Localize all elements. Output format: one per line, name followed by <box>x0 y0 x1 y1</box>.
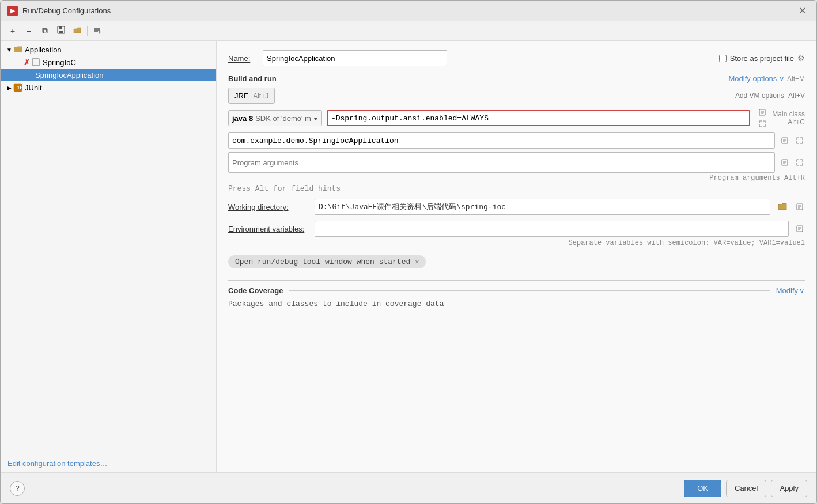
cancel-button[interactable]: Cancel <box>726 480 766 497</box>
folder-icon <box>13 45 22 54</box>
field-hints-text: Press Alt for field hints <box>228 184 805 193</box>
copy-icon: ⧉ <box>42 26 48 36</box>
modify-options-container: Modify options ∨ Alt+M <box>729 74 805 83</box>
sort-config-button[interactable] <box>90 24 105 38</box>
add-vm-options-label: Add VM options Alt+V <box>735 92 805 100</box>
modify-dropdown-button[interactable]: Modify ∨ <box>776 286 805 295</box>
working-directory-row: Working directory: D:\Git\JavaEE课件相关资料\后… <box>228 199 805 215</box>
junit-icon: J <box>13 83 22 92</box>
config-panel: Name: Store as project file ⚙ Build and … <box>217 41 816 472</box>
application-label: Application <box>25 46 62 54</box>
collapsed-arrow-icon: ▶ <box>5 84 13 92</box>
modify-options-link[interactable]: Modify options ∨ <box>729 74 785 83</box>
footer-buttons: OK Cancel Apply <box>684 480 807 497</box>
sort-icon <box>93 26 101 36</box>
edit-templates-link[interactable]: Edit configuration templates… <box>7 459 107 468</box>
main-content: ▼ Application ✗ SpringIoC <box>1 41 816 472</box>
main-class-expand-icon[interactable] <box>780 135 790 146</box>
remove-chip-icon[interactable]: ✕ <box>415 257 419 266</box>
program-args-input[interactable] <box>228 152 775 173</box>
springiocapplication-label: SpringIocApplication <box>35 71 104 79</box>
help-button[interactable]: ? <box>10 481 25 496</box>
svg-rect-2 <box>59 31 63 33</box>
main-class-hint-container: Main class Alt+C <box>772 110 805 126</box>
no-arrow-2 <box>16 71 24 79</box>
env-vars-value <box>315 227 788 230</box>
working-directory-label: Working directory: <box>228 203 309 211</box>
modify-chevron-down-icon: ∨ <box>799 286 805 295</box>
vm-options-input[interactable] <box>327 110 750 126</box>
junit-label: JUnit <box>25 84 42 92</box>
program-arguments-row: Program arguments Alt+R <box>228 152 805 182</box>
main-class-fullscreen-icon[interactable] <box>795 135 805 146</box>
name-row: Name: Store as project file ⚙ <box>228 50 805 66</box>
main-class-row <box>228 132 805 149</box>
program-args-fullscreen-icon[interactable] <box>795 157 805 168</box>
close-button[interactable]: ✕ <box>795 4 810 17</box>
build-run-header: Build and run Modify options ∨ Alt+M <box>228 74 805 83</box>
add-config-button[interactable]: + <box>5 24 20 38</box>
vm-options-expand-icon[interactable] <box>757 107 767 118</box>
code-coverage-title: Code Coverage <box>228 286 283 295</box>
sidebar-item-junit[interactable]: ▶ J JUnit <box>1 81 216 94</box>
working-dir-expand-icon[interactable] <box>795 202 805 212</box>
env-vars-input-container <box>315 221 789 237</box>
working-directory-container: D:\Git\JavaEE课件相关资料\后端代码\spring-ioc <box>315 199 770 215</box>
dialog-title: Run/Debug Configurations <box>22 6 111 15</box>
modify-options-shortcut: Alt+M <box>787 75 805 83</box>
title-bar: ▶ Run/Debug Configurations ✕ <box>1 1 816 21</box>
separate-variables-hint: Separate variables with semicolon: VAR=v… <box>228 239 805 247</box>
dialog-footer: ? OK Cancel Apply <box>1 472 816 503</box>
plus-icon: + <box>10 26 15 36</box>
folder-icon <box>73 26 81 36</box>
toolbar-separator <box>87 26 88 36</box>
program-args-hint-shortcut: Alt+R <box>784 174 805 182</box>
apply-button[interactable]: Apply <box>771 480 807 497</box>
env-vars-expand-icon[interactable] <box>795 223 805 234</box>
code-coverage-header: Code Coverage Modify ∨ <box>228 286 805 295</box>
configurations-tree: ▼ Application ✗ SpringIoC <box>1 41 216 454</box>
svg-text:J: J <box>17 85 19 90</box>
expand-arrow-icon: ▼ <box>5 46 13 54</box>
configurations-toolbar: + − ⧉ <box>1 21 816 41</box>
save-config-button[interactable] <box>54 24 69 38</box>
open-run-debug-row: Open run/debug tool window when started … <box>228 255 805 268</box>
sidebar-item-application[interactable]: ▼ Application <box>1 43 216 56</box>
store-as-project-checkbox[interactable] <box>719 55 727 62</box>
jre-button[interactable]: JRE Alt+J <box>228 88 275 104</box>
modify-arrow: ∨ <box>779 74 785 83</box>
sdk-vm-row: java 8 SDK of 'demo' m Mai <box>228 107 805 129</box>
sidebar-item-springiocapplication[interactable]: SpringIocApplication <box>1 69 216 81</box>
packages-coverage-label: Packages and classes to include in cover… <box>228 300 805 308</box>
springioc-label: SpringIoC <box>43 58 76 67</box>
open-debug-chip-label: Open run/debug tool window when started <box>235 257 410 266</box>
minus-icon: − <box>27 26 31 36</box>
gear-icon[interactable]: ⚙ <box>797 54 805 63</box>
jre-shortcut: Alt+J <box>253 92 268 100</box>
run-debug-configurations-dialog: ▶ Run/Debug Configurations ✕ + − ⧉ <box>0 0 817 504</box>
sdk-chevron-down-icon <box>313 114 318 123</box>
working-dir-browse-icon[interactable] <box>776 200 789 213</box>
vm-options-fullscreen-icon[interactable] <box>757 119 767 129</box>
main-class-input[interactable] <box>228 132 775 149</box>
run-config-icon <box>24 70 33 79</box>
program-args-hint-label: Program arguments <box>709 174 780 182</box>
title-bar-left: ▶ Run/Debug Configurations <box>7 6 111 16</box>
sidebar-item-springioc[interactable]: ✗ SpringIoC <box>1 56 216 69</box>
sidebar: ▼ Application ✗ SpringIoC <box>1 41 217 472</box>
remove-config-button[interactable]: − <box>21 24 36 38</box>
build-run-section: Build and run Modify options ∨ Alt+M JRE… <box>228 74 805 193</box>
help-icon: ? <box>15 484 19 492</box>
program-args-expand-icon[interactable] <box>780 157 790 168</box>
name-input[interactable] <box>263 50 447 66</box>
store-as-project-label: Store as project file <box>730 54 794 63</box>
copy-config-button[interactable]: ⧉ <box>37 24 52 38</box>
app-logo-icon: ▶ <box>7 6 18 16</box>
store-as-project-container: Store as project file ⚙ <box>719 54 805 63</box>
sdk-dropdown[interactable]: java 8 SDK of 'demo' m <box>228 110 322 126</box>
sidebar-footer: Edit configuration templates… <box>1 454 216 472</box>
svg-rect-1 <box>59 26 62 29</box>
working-directory-value: D:\Git\JavaEE课件相关资料\后端代码\spring-ioc <box>315 200 770 214</box>
ok-button[interactable]: OK <box>684 480 721 497</box>
folder-config-button[interactable] <box>70 24 85 38</box>
